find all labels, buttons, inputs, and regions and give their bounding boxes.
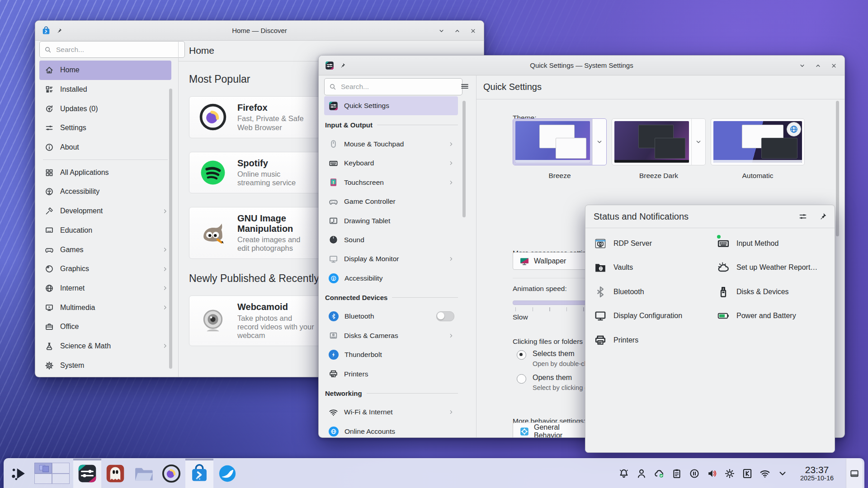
show-desktop-button[interactable] (846, 459, 863, 488)
minimize-button[interactable] (438, 27, 445, 35)
pager-desktop-3[interactable] (34, 474, 52, 484)
theme-card[interactable] (711, 118, 805, 165)
settings-titlebar[interactable]: Quick Settings — System Settings (319, 56, 844, 75)
tray-user[interactable] (636, 468, 647, 479)
search-input[interactable] (55, 45, 180, 54)
wallpaper-button[interactable]: Wallpaper (513, 252, 587, 270)
theme-variant-dropdown[interactable] (592, 119, 606, 165)
taskbar-ghostwriter[interactable] (101, 459, 129, 488)
sidebar-item-science-math[interactable]: Science & Math (39, 337, 171, 356)
status-item-power-battery[interactable]: Power and Battery (717, 304, 828, 328)
sidebar-item-settings[interactable]: Settings (39, 118, 171, 138)
sidebar-item-bluetooth[interactable]: Bluetooth (324, 307, 458, 326)
sidebar-item-development[interactable]: Development (39, 202, 171, 221)
tray-cloud-sync[interactable] (654, 468, 665, 479)
sidebar-scrollbar[interactable] (169, 89, 172, 369)
sidebar-item-thunderbolt[interactable]: Thunderbolt (324, 345, 458, 364)
tray-media-pause[interactable] (689, 468, 700, 479)
theme-option-auto[interactable]: Automatic (711, 118, 805, 180)
status-item-vaults[interactable]: Vaults (594, 256, 717, 280)
sidebar-item-system[interactable]: System (39, 356, 171, 375)
maximize-button[interactable] (815, 61, 821, 70)
close-button[interactable] (830, 61, 837, 70)
close-button[interactable] (470, 27, 476, 35)
bluetooth-toggle[interactable] (436, 311, 454, 321)
sidebar-item-all-applications[interactable]: All Applications (39, 163, 171, 182)
discover-titlebar[interactable]: Home — Discover (35, 21, 484, 41)
menu-button[interactable] (457, 79, 472, 94)
sidebar-item-installed[interactable]: Installed (39, 80, 171, 99)
theme-option-breeze[interactable]: Breeze (513, 118, 607, 180)
discover-search-field[interactable] (39, 41, 185, 58)
taskbar-dolphin[interactable] (129, 459, 157, 488)
pager-desktop-1[interactable] (34, 463, 52, 474)
sidebar-item-multimedia[interactable]: Multimedia (39, 298, 171, 317)
pin-button[interactable] (56, 27, 62, 35)
sidebar-item-drawing-tablet[interactable]: Drawing Tablet (324, 211, 458, 230)
pager-desktop-4[interactable] (52, 474, 70, 484)
sidebar-item-wifi-internet[interactable]: Wi-Fi & Internet (324, 403, 458, 422)
taskbar-app-launcher[interactable] (7, 459, 31, 488)
status-item-input-method[interactable]: Input Method (717, 231, 828, 256)
sidebar-item-mouse-touchpad[interactable]: Mouse & Touchpad (324, 135, 458, 154)
status-item-disks-devices[interactable]: Disks & Devices (717, 280, 828, 304)
general-behavior-button[interactable]: General Behavior (513, 422, 587, 438)
status-item-rdp-server[interactable]: RDP Server (594, 231, 717, 256)
sidebar-item-sound[interactable]: Sound (324, 230, 458, 249)
radio-button[interactable] (517, 374, 526, 384)
status-item-bluetooth[interactable]: Bluetooth (594, 280, 717, 304)
sidebar-item-home[interactable]: Home (39, 61, 171, 80)
sidebar-item-office[interactable]: Office (39, 317, 171, 337)
configure-button[interactable] (798, 212, 807, 221)
pager-desktop-2[interactable] (52, 463, 70, 474)
sidebar-item-accessibility[interactable]: Accessibility (324, 269, 458, 288)
status-item-display-configuration[interactable]: Display Configuration (594, 304, 717, 328)
taskbar-discover[interactable] (185, 459, 213, 488)
settings-search-field[interactable] (324, 78, 462, 95)
sidebar-item-quick-settings[interactable]: Quick Settings (324, 96, 458, 115)
theme-card[interactable] (612, 118, 706, 165)
pin-button[interactable] (818, 212, 827, 221)
sidebar-item-printers[interactable]: Printers (324, 364, 458, 383)
sidebar-divider-line (178, 40, 179, 377)
taskbar-falkon[interactable] (213, 459, 241, 488)
tray-wifi[interactable] (760, 468, 770, 479)
sidebar-item-updates[interactable]: Updates (0) (39, 99, 171, 118)
status-item-weather[interactable]: Set up Weather Report… (717, 256, 828, 280)
knob-icon (329, 235, 338, 244)
sidebar-item-touchscreen[interactable]: Touchscreen (324, 173, 458, 192)
tray-brightness[interactable] (724, 468, 735, 479)
sidebar-scrollbar[interactable] (462, 101, 466, 217)
sidebar-item-keyboard[interactable]: Keyboard (324, 154, 458, 173)
tray-volume[interactable] (707, 468, 717, 479)
theme-option-dark[interactable]: Breeze Dark (612, 118, 706, 180)
clock[interactable]: 23:37 2025-10-16 (795, 465, 839, 482)
sidebar-item-games[interactable]: Games (39, 240, 171, 259)
sidebar-item-disks-cameras[interactable]: Disks & Cameras (324, 326, 458, 345)
maximize-button[interactable] (454, 27, 461, 35)
theme-variant-dropdown[interactable] (691, 119, 705, 165)
search-input[interactable] (340, 82, 458, 91)
sidebar-item-online-accounts[interactable]: Online Accounts (324, 422, 458, 438)
theme-card[interactable] (513, 118, 607, 165)
tray-clipboard[interactable] (671, 468, 682, 479)
sidebar-item-education[interactable]: Education (39, 221, 171, 240)
tray-notifications-bell[interactable] (618, 468, 629, 479)
sidebar-item-internet[interactable]: Internet (39, 279, 171, 298)
tray-kate[interactable] (742, 468, 753, 479)
sidebar-item-graphics[interactable]: Graphics (39, 259, 171, 279)
sidebar-item-accessibility[interactable]: Accessibility (39, 182, 171, 202)
minimize-button[interactable] (799, 61, 806, 70)
taskbar-system-settings[interactable] (73, 459, 101, 488)
taskbar-firefox[interactable] (157, 459, 185, 488)
sidebar-item-game-controller[interactable]: Game Controller (324, 192, 458, 211)
tray-expand-chevron[interactable] (777, 468, 788, 479)
status-item-printers[interactable]: Printers (594, 328, 717, 352)
virtual-desktop-pager[interactable] (34, 463, 70, 484)
sidebar-item-about[interactable]: About (39, 138, 171, 157)
radio-selects-them[interactable]: Selects them Open by double-click (517, 350, 594, 367)
sidebar-item-display-monitor[interactable]: Display & Monitor (324, 249, 458, 268)
pin-button[interactable] (340, 61, 346, 70)
radio-opens-them[interactable]: Opens them Select by clicking on i (517, 374, 595, 391)
radio-button[interactable] (517, 350, 526, 360)
